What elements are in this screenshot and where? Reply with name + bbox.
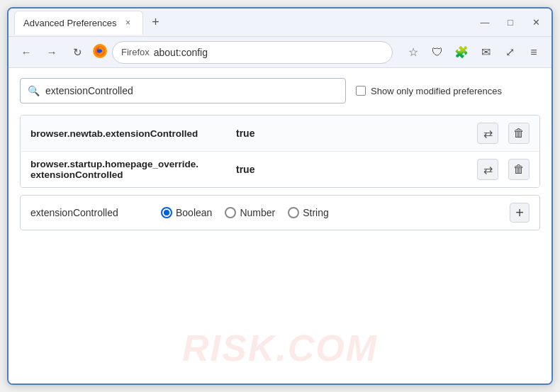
toolbar-icons: ☆ 🛡 🧩 ✉ ⤢ ≡	[403, 42, 544, 63]
menu-button[interactable]: ≡	[523, 42, 544, 63]
pref-value: true	[236, 164, 254, 175]
new-pref-name: extensionControlled	[30, 207, 151, 218]
pref-name: browser.newtab.extensionControlled	[30, 128, 229, 139]
window-controls: — □ ✕	[475, 13, 546, 33]
back-button[interactable]: ←	[16, 42, 37, 63]
string-radio-option[interactable]: String	[288, 207, 329, 218]
browser-tab[interactable]: Advanced Preferences ×	[14, 11, 143, 35]
pref-value: true	[236, 128, 254, 139]
search-box[interactable]: 🔍	[20, 78, 346, 103]
browser-window: Advanced Preferences × + — □ ✕ ← → ↻ Fir…	[7, 7, 553, 385]
tab-close-button[interactable]: ×	[123, 17, 134, 28]
delete-pref-button[interactable]: 🗑	[508, 123, 530, 144]
close-button[interactable]: ✕	[526, 13, 546, 33]
account-icon[interactable]: ✉	[475, 42, 496, 63]
string-label: String	[303, 207, 329, 218]
show-modified-checkbox-label[interactable]: Show only modified preferences	[356, 86, 502, 96]
preferences-table: browser.newtab.extensionControlled true …	[20, 115, 540, 188]
browser-name-label: Firefox	[121, 47, 150, 57]
number-radio-button[interactable]	[225, 207, 236, 218]
number-label: Number	[240, 207, 275, 218]
title-bar: Advanced Preferences × + — □ ✕	[9, 9, 551, 37]
boolean-radio-option[interactable]: Boolean	[161, 207, 212, 218]
search-row: 🔍 Show only modified preferences	[20, 78, 540, 103]
table-row: browser.startup.homepage_override. exten…	[21, 152, 539, 187]
address-bar[interactable]: Firefox about:config	[112, 41, 393, 64]
tab-title: Advanced Preferences	[23, 18, 117, 28]
string-radio-button[interactable]	[288, 207, 299, 218]
add-preference-button[interactable]: +	[510, 203, 530, 223]
search-icon: 🔍	[28, 85, 40, 96]
url-text: about:config	[154, 47, 208, 58]
boolean-radio-button[interactable]	[161, 207, 172, 218]
delete-pref-button[interactable]: 🗑	[508, 159, 530, 180]
search-input[interactable]	[45, 85, 338, 96]
new-tab-button[interactable]: +	[146, 13, 166, 33]
firefox-logo	[92, 43, 108, 62]
type-radio-group: Boolean Number String	[161, 207, 329, 218]
watermark: RISK.COM	[182, 327, 378, 369]
reload-button[interactable]: ↻	[67, 42, 88, 63]
new-preference-row: extensionControlled Boolean Number Strin…	[20, 195, 540, 230]
share-icon[interactable]: ⤢	[499, 42, 520, 63]
pref-name: browser.startup.homepage_override. exten…	[30, 159, 229, 180]
show-modified-checkbox[interactable]	[356, 86, 366, 96]
reset-pref-button[interactable]: ⇄	[477, 159, 498, 180]
forward-button[interactable]: →	[41, 42, 62, 63]
shield-icon[interactable]: 🛡	[427, 42, 448, 63]
number-radio-option[interactable]: Number	[225, 207, 275, 218]
minimize-button[interactable]: —	[475, 13, 495, 33]
page-content: RISK.COM 🔍 Show only modified preference…	[9, 68, 551, 383]
maximize-button[interactable]: □	[500, 13, 520, 33]
boolean-label: Boolean	[176, 207, 212, 218]
table-row: browser.newtab.extensionControlled true …	[21, 116, 539, 152]
show-modified-label: Show only modified preferences	[371, 86, 502, 96]
bookmark-icon[interactable]: ☆	[403, 42, 424, 63]
navigation-bar: ← → ↻ Firefox about:config ☆ 🛡 🧩 ✉ ⤢ ≡	[9, 37, 551, 68]
reset-pref-button[interactable]: ⇄	[477, 123, 498, 144]
extension-icon[interactable]: 🧩	[451, 42, 472, 63]
